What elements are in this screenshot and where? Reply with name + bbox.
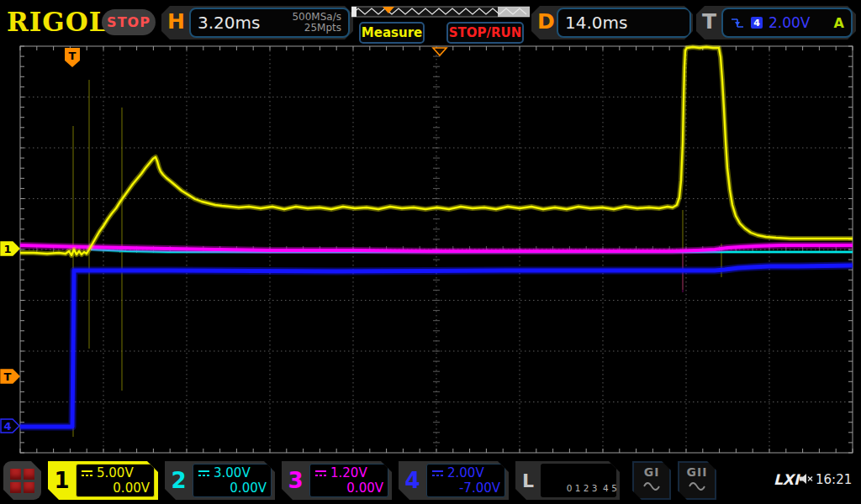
channel-offset: 0.00V (81, 480, 150, 496)
bottom-status-bar: 15.00V0.00V23.00V0.00V31.20V0.00V42.00V-… (0, 458, 861, 504)
sine-wave-icon (642, 480, 661, 492)
dc-coupling-icon (314, 469, 327, 478)
generator1-button[interactable]: GI (632, 461, 671, 500)
channel-scale: 5.00V (97, 465, 134, 480)
trigger-source-badge: 4 (751, 17, 763, 29)
acquisition-info: 500MSa/s 25Mpts (292, 12, 341, 34)
delay-panel[interactable]: D 14.0ms (531, 6, 693, 39)
channel-readout: 5.00V0.00V (76, 464, 155, 497)
logic-analyzer-box[interactable]: L 0 1 2 3 4 5 6 7 8 9 1011 12131415 (515, 461, 620, 500)
waveform-display: T1T4 (0, 0, 861, 504)
channel-scale: 1.20V (330, 465, 367, 480)
trigger-position-marker[interactable]: T (65, 48, 80, 67)
logic-label: L (515, 461, 541, 500)
delay-label: D (537, 9, 555, 34)
dc-coupling-icon (81, 469, 93, 478)
svg-text:4: 4 (3, 420, 11, 433)
trigger-label: T (702, 9, 716, 34)
stop-run-button[interactable]: STOP/RUN (446, 22, 524, 44)
channel-scale: 3.00V (214, 465, 251, 480)
generator2-button[interactable]: GII (678, 461, 716, 500)
menu-grid-button[interactable] (3, 461, 41, 500)
channel-box-3[interactable]: 31.20V0.00V (282, 461, 392, 500)
sample-rate: 500MSa/s (292, 11, 341, 23)
channel-offset: -7.00V (431, 480, 500, 496)
trigger-panel[interactable]: T 4 2.00V A (696, 6, 856, 39)
channel-offset: 0.00V (198, 480, 267, 496)
top-status-bar: RIGOL STOP H 3.20ms 500MSa/s 25Mpts Meas… (0, 0, 861, 45)
channel-box-4[interactable]: 42.00V-7.00V (399, 461, 509, 500)
lxi-logo: LXI (774, 471, 799, 488)
run-state-badge: STOP (102, 9, 156, 35)
svg-text:1: 1 (3, 243, 11, 255)
channel-number: 4 (399, 461, 426, 500)
menu-grid-icon (10, 469, 21, 480)
channel-readout: 2.00V-7.00V (426, 464, 505, 497)
channel-readout: 1.20V0.00V (309, 464, 388, 497)
horizontal-panel[interactable]: H 3.20ms 500MSa/s 25Mpts (161, 6, 353, 39)
logic-channel-numbers: 0 1 2 3 4 5 6 7 8 9 1011 12131415 (541, 464, 616, 497)
memory-depth: 25Mpts (304, 22, 341, 34)
delay-value: 14.0ms (565, 13, 627, 33)
trace-ch4-glow (20, 265, 853, 427)
channel-number: 2 (165, 461, 193, 500)
channel-number: 1 (48, 461, 76, 500)
channel4-zero-marker[interactable]: 4 (1, 419, 19, 433)
horizontal-label: H (167, 9, 185, 34)
channel-readout: 3.00V0.00V (193, 464, 272, 497)
sine-wave-icon (688, 480, 706, 492)
clock: 16:21 (816, 472, 852, 487)
channel-box-2[interactable]: 23.00V0.00V (165, 461, 275, 500)
falling-edge-icon (730, 16, 745, 29)
channel-box-1[interactable]: 15.00V0.00V (48, 461, 158, 500)
rigol-logo: RIGOL (7, 7, 108, 37)
trace-ch4 (20, 265, 853, 427)
channel-scale: 2.00V (447, 465, 484, 480)
trigger-level-value: 2.00V (769, 14, 810, 31)
svg-text:T: T (4, 370, 12, 383)
channel1-zero-marker[interactable]: 1 (1, 242, 19, 255)
dc-coupling-icon (198, 469, 210, 478)
waveform-position-indicator[interactable] (351, 6, 530, 18)
trigger-sweep-mode: A (834, 15, 844, 31)
dc-coupling-icon (431, 469, 444, 478)
channel-number: 3 (282, 461, 309, 500)
timebase-value: 3.20ms (198, 13, 260, 33)
svg-text:T: T (69, 50, 77, 62)
measure-button[interactable]: Measure (359, 22, 425, 44)
trigger-level-marker[interactable]: T (1, 370, 19, 383)
speaker-muted-icon (799, 473, 813, 485)
channel-offset: 0.00V (314, 480, 383, 496)
delay-reference-marker[interactable] (433, 48, 446, 55)
oscilloscope-screen: T1T4 RIGOL STOP H 3.20ms 500MSa/s 25Mpts… (0, 0, 861, 504)
